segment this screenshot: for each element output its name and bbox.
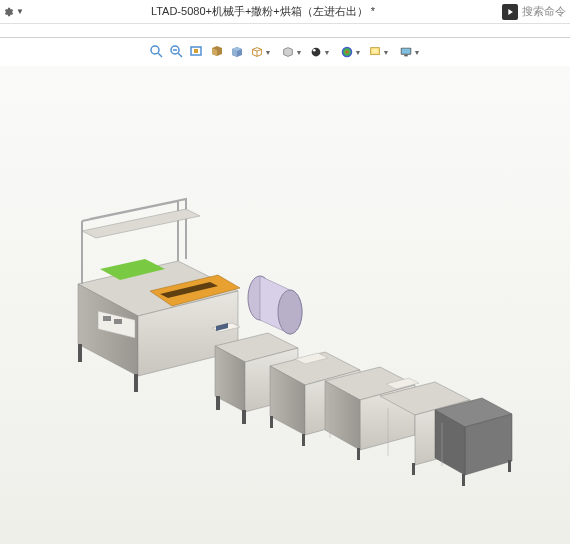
svg-rect-22 <box>216 396 220 410</box>
chevron-down-icon: ▼ <box>296 49 303 56</box>
svg-line-1 <box>158 53 162 57</box>
svg-rect-18 <box>103 316 111 321</box>
svg-rect-15 <box>78 344 82 362</box>
chevron-down-icon: ▼ <box>324 49 331 56</box>
graphics-viewport[interactable] <box>0 66 570 544</box>
chevron-down-icon: ▼ <box>383 49 390 56</box>
chevron-down-icon: ▼ <box>414 49 421 56</box>
svg-rect-27 <box>357 448 360 460</box>
zoom-area-button[interactable] <box>168 43 186 61</box>
search-command-button[interactable] <box>502 4 518 20</box>
chevron-down-icon: ▼ <box>355 49 362 56</box>
svg-rect-30 <box>508 460 511 472</box>
edit-appearance-button[interactable]: ▼ <box>307 43 333 61</box>
hide-show-button[interactable]: ▼ <box>279 43 305 61</box>
svg-point-8 <box>341 47 352 58</box>
svg-point-6 <box>311 48 320 57</box>
svg-rect-10 <box>372 49 377 53</box>
svg-rect-12 <box>401 49 410 54</box>
svg-rect-29 <box>462 474 465 486</box>
display-style-button[interactable]: ▼ <box>248 43 274 61</box>
apply-scene-button[interactable]: ▼ <box>338 43 364 61</box>
svg-rect-26 <box>302 434 305 446</box>
search-label: 搜索命令 <box>522 4 566 19</box>
chevron-down-icon: ▼ <box>265 49 272 56</box>
svg-rect-28 <box>412 463 415 475</box>
svg-rect-23 <box>242 410 246 424</box>
ribbon-spacer <box>0 24 570 38</box>
options-button[interactable]: ▼ <box>4 2 24 22</box>
heads-up-toolbar: ▼ ▼ ▼ ▼ ▼ ▼ <box>0 38 570 66</box>
section-view-button[interactable] <box>208 43 226 61</box>
svg-line-3 <box>178 53 182 57</box>
svg-rect-19 <box>114 319 122 324</box>
zoom-to-fit-button[interactable] <box>148 43 166 61</box>
svg-rect-25 <box>270 416 273 428</box>
title-bar: ▼ LTAD-5080+机械手+撒粉+烘箱（左进右出） * 搜索命令 <box>0 0 570 24</box>
svg-rect-16 <box>134 374 138 392</box>
view-orientation-button[interactable] <box>228 43 246 61</box>
svg-rect-13 <box>404 55 408 57</box>
render-tools-button[interactable]: ▼ <box>397 43 423 61</box>
previous-view-button[interactable] <box>188 43 206 61</box>
svg-point-21 <box>278 290 302 334</box>
svg-point-7 <box>312 49 315 52</box>
document-title: LTAD-5080+机械手+撒粉+烘箱（左进右出） * <box>24 4 502 19</box>
view-settings-button[interactable]: ▼ <box>366 43 392 61</box>
chevron-down-icon: ▼ <box>16 7 24 16</box>
svg-point-0 <box>151 46 159 54</box>
model-render <box>0 66 570 544</box>
